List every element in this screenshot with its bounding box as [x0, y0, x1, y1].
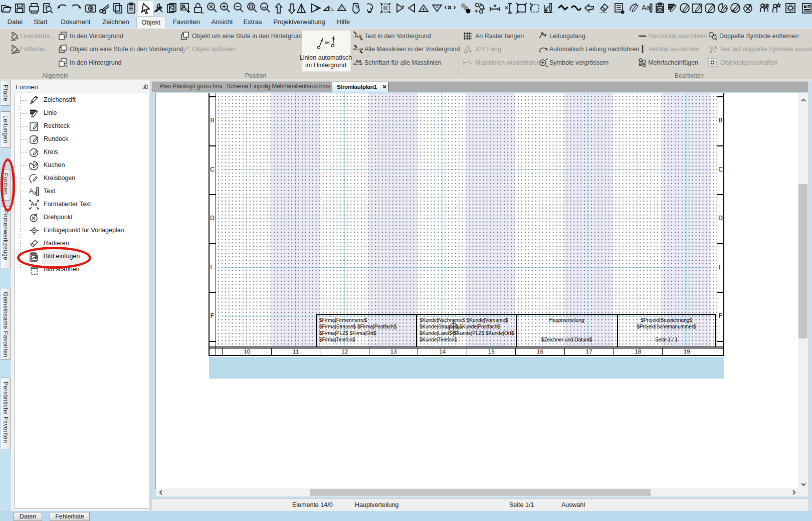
- svg-text:a: a: [33, 190, 37, 196]
- svg-text:Aa: Aa: [642, 4, 650, 12]
- svg-text:Aa: Aa: [355, 59, 361, 64]
- svg-text:x: x: [715, 33, 717, 37]
